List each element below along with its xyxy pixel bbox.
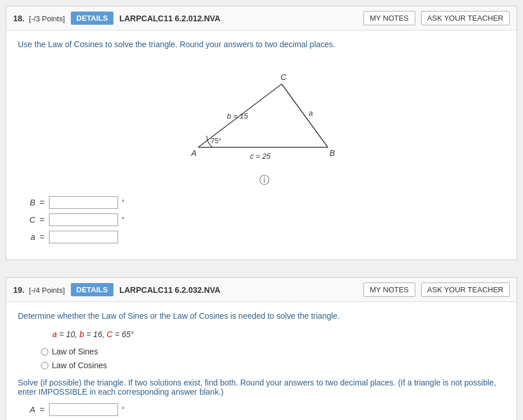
input-row-a: a = bbox=[18, 231, 505, 243]
radio-law-of-sines: Law of Sines bbox=[41, 347, 505, 356]
problem-18-number: 18. [-/3 Points] bbox=[13, 14, 65, 23]
given-values: a = 10, b = 16, C = 65° bbox=[52, 330, 505, 339]
radio-law-of-cosines: Law of Cosines bbox=[41, 361, 505, 370]
input-row-A19: A = ° bbox=[18, 403, 505, 416]
problem-19-instruction: Determine whether the Law of Sines or th… bbox=[18, 311, 505, 320]
details-button-18[interactable]: DETAILS bbox=[71, 12, 114, 25]
triangle-svg: A B C b = 15 a c = 25 75° bbox=[175, 58, 348, 162]
ask-teacher-button-19[interactable]: ASK YOUR TEACHER bbox=[421, 282, 510, 297]
side-b-label: b = 15 bbox=[227, 112, 248, 120]
triangle-diagram: A B C b = 15 a c = 25 75° bbox=[18, 58, 505, 162]
input-a[interactable] bbox=[49, 231, 118, 243]
degree-B: ° bbox=[122, 198, 124, 207]
radio-sines[interactable] bbox=[41, 348, 48, 356]
side-a-label: a bbox=[309, 109, 313, 117]
details-button-19[interactable]: DETAILS bbox=[71, 283, 114, 296]
var-a-label: a bbox=[18, 232, 35, 242]
side-c-label: c = 25 bbox=[250, 152, 271, 161]
problem-18-instruction: Use the Law of Cosines to solve the tria… bbox=[18, 40, 505, 49]
input-A19[interactable] bbox=[49, 403, 118, 416]
given-a: a bbox=[52, 330, 57, 339]
problem-18-body: Use the Law of Cosines to solve the tria… bbox=[6, 30, 517, 259]
info-icon[interactable]: ⓘ bbox=[259, 173, 270, 187]
angle-a-label: 75° bbox=[211, 137, 221, 145]
problem-18-id: LARPCALC11 6.2.012.NVA bbox=[119, 14, 358, 23]
vertex-b-label: B bbox=[329, 148, 335, 158]
input-row-B: B = ° bbox=[18, 196, 505, 209]
input-row-C: C = ° bbox=[18, 213, 505, 226]
label-cosines[interactable]: Law of Cosines bbox=[52, 361, 107, 370]
problem-19-number: 19. [-/4 Points] bbox=[13, 285, 65, 295]
given-C: C bbox=[107, 330, 112, 339]
svg-line-2 bbox=[282, 84, 328, 147]
radio-cosines[interactable] bbox=[41, 362, 48, 369]
var-A19-label: A bbox=[18, 405, 35, 414]
given-b: b bbox=[79, 330, 84, 339]
problem-19-header: 19. [-/4 Points] DETAILS LARPCALC11 6.2.… bbox=[6, 278, 517, 302]
label-sines[interactable]: Law of Sines bbox=[52, 347, 98, 356]
problem-18-inputs: B = ° C = ° a = bbox=[18, 196, 505, 243]
solve-instruction: Solve (if possible) the triangle. If two… bbox=[18, 378, 505, 396]
problem-19-inputs: A = ° B = ° c = bbox=[18, 403, 505, 420]
degree-A19: ° bbox=[122, 406, 124, 414]
problem-19-id: LARPCALC11 6.2.032.NVA bbox=[119, 285, 358, 295]
var-C-label: C bbox=[18, 215, 35, 224]
input-C[interactable] bbox=[49, 213, 118, 226]
problem-18: 18. [-/3 Points] DETAILS LARPCALC11 6.2.… bbox=[6, 6, 517, 260]
vertex-c-label: C bbox=[281, 72, 287, 82]
problem-19: 19. [-/4 Points] DETAILS LARPCALC11 6.2.… bbox=[6, 277, 517, 420]
problem-18-header: 18. [-/3 Points] DETAILS LARPCALC11 6.2.… bbox=[6, 6, 517, 30]
vertex-a-label: A bbox=[191, 148, 196, 158]
ask-teacher-button-18[interactable]: ASK YOUR TEACHER bbox=[421, 11, 510, 25]
var-B-label: B bbox=[18, 198, 35, 207]
input-B[interactable] bbox=[49, 196, 118, 209]
my-notes-button-19[interactable]: MY NOTES bbox=[363, 282, 415, 297]
my-notes-button-18[interactable]: MY NOTES bbox=[363, 11, 415, 25]
degree-C: ° bbox=[122, 216, 124, 224]
problem-19-body: Determine whether the Law of Sines or th… bbox=[6, 302, 517, 420]
